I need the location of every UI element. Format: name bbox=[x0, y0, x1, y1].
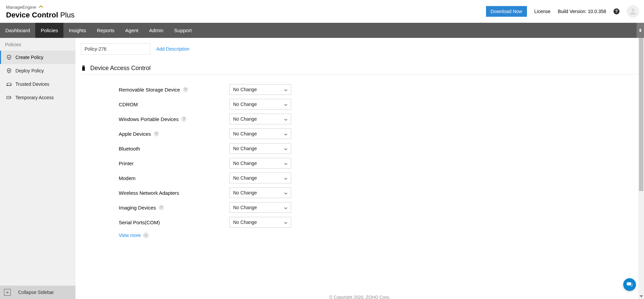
device-label-text: Modem bbox=[119, 175, 136, 181]
device-row: PrinterNo Change bbox=[119, 156, 639, 171]
sidebar-item-temporary-access[interactable]: Temporary Access bbox=[0, 91, 75, 104]
help-icon[interactable]: ? bbox=[613, 8, 620, 14]
help-icon[interactable]: ? bbox=[181, 116, 186, 122]
help-icon[interactable]: ? bbox=[183, 87, 188, 92]
device-label-text: Serial Ports(COM) bbox=[119, 220, 160, 225]
sidebar-heading: Policies bbox=[0, 38, 75, 51]
svg-rect-5 bbox=[82, 67, 85, 71]
sidebar-item-deploy-policy[interactable]: Deploy Policy bbox=[0, 64, 75, 77]
device-label: Removable Storage Device? bbox=[119, 87, 229, 93]
device-row: Serial Ports(COM)No Change bbox=[119, 215, 639, 230]
sidebar-item-trusted-devices[interactable]: Trusted Devices bbox=[0, 77, 75, 91]
device-row: ModemNo Change bbox=[119, 171, 639, 185]
chat-fab[interactable] bbox=[623, 278, 636, 291]
device-row: Imaging Devices?No Change bbox=[119, 200, 639, 215]
divider bbox=[81, 74, 639, 75]
sidebar: Policies Create PolicyDeploy PolicyTrust… bbox=[0, 38, 75, 299]
add-description-link[interactable]: Add Description bbox=[156, 46, 190, 52]
build-version-text: Build Version: 10.0.358 bbox=[558, 9, 606, 14]
svg-rect-4 bbox=[83, 65, 85, 67]
main-content: Add Description Device Access Control Re… bbox=[75, 38, 644, 299]
top-nav: DashboardPoliciesInsightsReportsAgentAdm… bbox=[0, 23, 644, 38]
license-link[interactable]: License bbox=[534, 9, 550, 14]
access-icon bbox=[6, 95, 12, 101]
header: ManageEngine Device Control Plus Downloa… bbox=[0, 0, 644, 23]
device-label: Wireless Network Adapters bbox=[119, 190, 229, 196]
device-label-text: Bluetooth bbox=[119, 146, 140, 152]
select-value: No Change bbox=[233, 102, 257, 107]
nav-policies[interactable]: Policies bbox=[35, 23, 63, 38]
device-select[interactable]: No Change bbox=[229, 202, 291, 213]
device-label: Imaging Devices? bbox=[119, 205, 229, 211]
svg-point-0 bbox=[632, 8, 635, 11]
nav-support[interactable]: Support bbox=[169, 23, 197, 38]
device-select[interactable]: No Change bbox=[229, 128, 291, 139]
device-select[interactable]: No Change bbox=[229, 114, 291, 124]
nav-admin[interactable]: Admin bbox=[144, 23, 169, 38]
device-row: Removable Storage Device?No Change bbox=[119, 82, 639, 97]
policy-name-input[interactable] bbox=[81, 43, 150, 55]
device-row: CDROMNo Change bbox=[119, 97, 639, 112]
section-title: Device Access Control bbox=[81, 65, 639, 72]
scrollbar[interactable] bbox=[638, 38, 644, 299]
collapse-icon: « bbox=[4, 289, 11, 296]
collapse-sidebar-button[interactable]: « Collapse Sidebar bbox=[0, 286, 75, 299]
brand-bottom-light: Plus bbox=[58, 11, 74, 19]
select-value: No Change bbox=[233, 146, 257, 151]
chevron-down-icon bbox=[284, 116, 287, 122]
sidebar-item-label: Deploy Policy bbox=[15, 68, 44, 73]
select-value: No Change bbox=[233, 220, 257, 225]
sidebar-item-label: Temporary Access bbox=[15, 95, 54, 100]
view-more-label: View more bbox=[119, 233, 141, 238]
shield-deploy-icon bbox=[6, 68, 12, 74]
select-value: No Change bbox=[233, 161, 257, 166]
sidebar-item-label: Create Policy bbox=[15, 55, 43, 60]
select-value: No Change bbox=[233, 190, 257, 195]
chevron-down-icon bbox=[284, 175, 287, 181]
usb-icon bbox=[81, 65, 86, 72]
svg-rect-7 bbox=[84, 66, 84, 66]
select-value: No Change bbox=[233, 116, 257, 122]
device-select[interactable]: No Change bbox=[229, 187, 291, 198]
nav-dashboard[interactable]: Dashboard bbox=[0, 23, 35, 38]
copyright-text: © Copyright 2020, ZOHO Corp. bbox=[75, 295, 644, 299]
brand-accent-icon bbox=[38, 5, 43, 9]
download-now-button[interactable]: Download Now bbox=[486, 6, 527, 17]
device-label-text: Removable Storage Device bbox=[119, 87, 180, 93]
device-label-text: Printer bbox=[119, 161, 133, 166]
device-select[interactable]: No Change bbox=[229, 143, 291, 154]
chevron-down-icon bbox=[284, 220, 287, 225]
nav-insights[interactable]: Insights bbox=[63, 23, 92, 38]
section-title-text: Device Access Control bbox=[90, 65, 151, 72]
scroll-arrow-down-icon[interactable] bbox=[638, 293, 644, 299]
device-label: Printer bbox=[119, 161, 229, 166]
chevron-down-icon bbox=[284, 161, 287, 166]
brand-logo: ManageEngine Device Control Plus bbox=[6, 4, 74, 19]
sidebar-item-create-policy[interactable]: Create Policy bbox=[0, 51, 75, 64]
select-value: No Change bbox=[233, 175, 257, 181]
avatar[interactable] bbox=[627, 5, 639, 17]
chevron-down-icon bbox=[284, 87, 287, 92]
view-more-link[interactable]: View more bbox=[119, 232, 149, 238]
device-select[interactable]: No Change bbox=[229, 99, 291, 110]
rocket-icon[interactable] bbox=[637, 23, 644, 38]
nav-reports[interactable]: Reports bbox=[92, 23, 120, 38]
device-select[interactable]: No Change bbox=[229, 84, 291, 95]
device-label: Serial Ports(COM) bbox=[119, 220, 229, 225]
chevron-down-icon bbox=[284, 146, 287, 151]
device-label: CDROM bbox=[119, 102, 229, 107]
car-icon bbox=[6, 81, 12, 87]
help-icon[interactable]: ? bbox=[159, 205, 164, 210]
shield-check-icon bbox=[6, 54, 12, 60]
select-value: No Change bbox=[233, 87, 257, 92]
device-select[interactable]: No Change bbox=[229, 158, 291, 169]
help-icon[interactable]: ? bbox=[154, 131, 159, 136]
device-label: Modem bbox=[119, 175, 229, 181]
device-label-text: Windows Portable Devices bbox=[119, 116, 178, 122]
scrollbar-thumb[interactable] bbox=[639, 38, 643, 191]
nav-agent[interactable]: Agent bbox=[120, 23, 144, 38]
device-label: Apple Devices? bbox=[119, 131, 229, 137]
device-select[interactable]: No Change bbox=[229, 217, 291, 228]
device-select[interactable]: No Change bbox=[229, 173, 291, 183]
device-label-text: CDROM bbox=[119, 102, 138, 107]
